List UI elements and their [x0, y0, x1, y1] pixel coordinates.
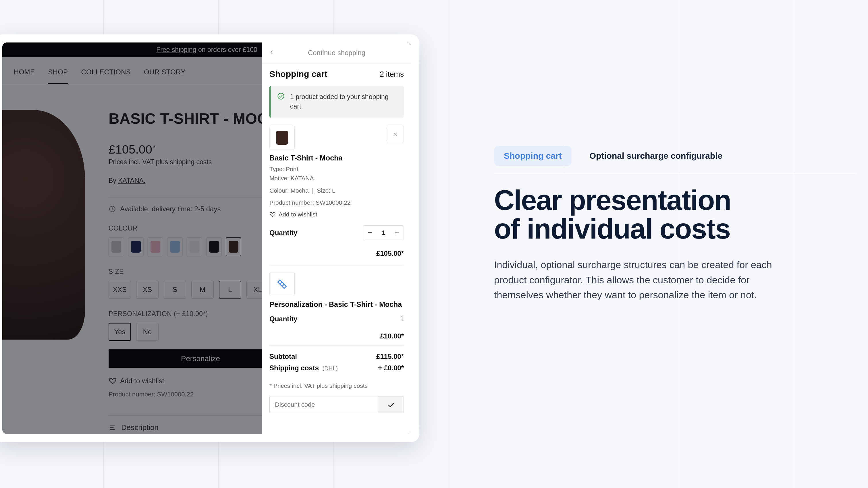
- app-window: Free shipping on orders over £100 HOME S…: [0, 34, 420, 442]
- marketing-column: Shopping cart Optional surcharge configu…: [494, 146, 810, 302]
- chevron-left-icon: [269, 50, 275, 55]
- qty-value: 1: [377, 229, 390, 236]
- subtotal-label: Subtotal: [270, 353, 297, 361]
- feature-tabs: Shopping cart Optional surcharge configu…: [494, 146, 810, 166]
- qty-value: 1: [400, 315, 404, 323]
- quantity-label: Quantity: [270, 229, 297, 237]
- cart-item-thumbnail: [270, 272, 295, 296]
- continue-shopping-label: Continue shopping: [262, 49, 411, 57]
- quantity-stepper[interactable]: − 1 +: [363, 225, 404, 240]
- cart-item-attributes: Type: Print Motive: KATANA. Colour: Moch…: [270, 164, 404, 207]
- shipping-label: Shipping costs: [270, 364, 319, 372]
- quantity-label: Quantity: [270, 315, 297, 323]
- heart-icon: [270, 211, 276, 218]
- tab-surcharge[interactable]: Optional surcharge configurable: [580, 146, 732, 166]
- discount-code-input[interactable]: [270, 396, 378, 413]
- svg-point-1: [278, 93, 284, 99]
- marketing-headline: Clear presentation of individual costs: [494, 186, 810, 243]
- close-icon: [392, 131, 398, 137]
- marketing-body: Individual, optional surcharge structure…: [494, 257, 787, 302]
- apply-discount-button[interactable]: [378, 396, 404, 413]
- cart-item-name: Personalization - Basic T-Shirt - Mocha: [270, 300, 404, 308]
- remove-item-button[interactable]: [386, 126, 404, 143]
- cart-count: 2 items: [380, 70, 404, 79]
- qty-decrease-button[interactable]: −: [363, 226, 377, 240]
- check-icon: [386, 400, 395, 409]
- vat-footnote: * Prices incl. VAT plus shipping costs: [270, 382, 404, 389]
- cart-add-wishlist[interactable]: Add to wishlist: [270, 211, 404, 218]
- cart-totals: Subtotal £115.00* Shipping costs (DHL) +…: [270, 345, 404, 374]
- qty-increase-button[interactable]: +: [390, 226, 404, 240]
- cart-drawer: Continue shopping Shopping cart 2 items …: [262, 42, 411, 434]
- check-circle-icon: [277, 92, 285, 100]
- shipping-value: + £0.00*: [378, 364, 404, 372]
- back-button[interactable]: [269, 49, 275, 57]
- cart-item-name: Basic T-Shirt - Mocha: [270, 154, 404, 162]
- added-to-cart-banner: 1 product added to your shopping cart.: [270, 86, 404, 118]
- cart-title: Shopping cart: [270, 69, 328, 79]
- subtotal-value: £115.00*: [376, 353, 404, 361]
- personalization-icon: [276, 278, 288, 291]
- shipping-carrier-link[interactable]: (DHL): [322, 365, 338, 371]
- cart-item-thumbnail: [270, 126, 295, 150]
- cart-item-price: £10.00*: [270, 332, 404, 345]
- tab-shopping-cart[interactable]: Shopping cart: [494, 146, 571, 166]
- cart-item-price: £105.00*: [270, 250, 404, 266]
